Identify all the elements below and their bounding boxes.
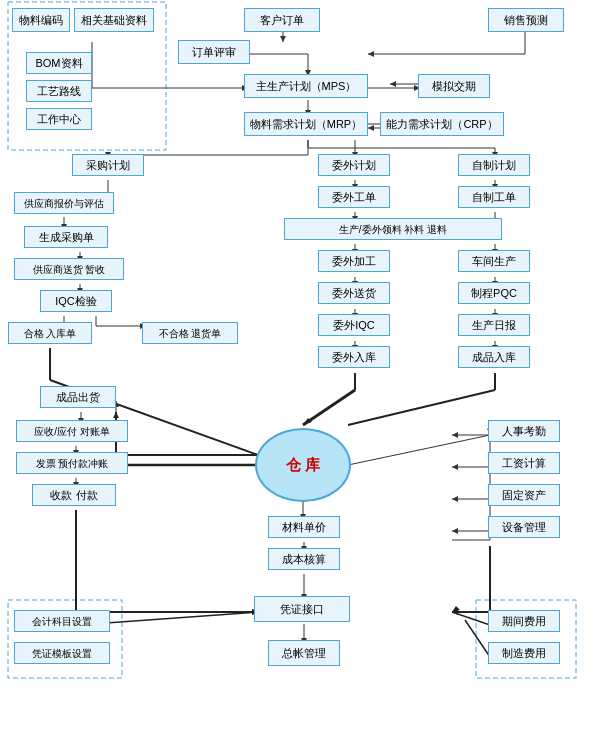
svg-marker-115 bbox=[452, 606, 460, 612]
general-ledger-box: 总帐管理 bbox=[268, 640, 340, 666]
material-price-box: 材料单价 bbox=[268, 516, 340, 538]
self-make-order-box: 自制工单 bbox=[458, 186, 530, 208]
account-subject-box: 会计科目设置 bbox=[14, 610, 110, 632]
svg-line-103 bbox=[106, 612, 258, 623]
process-route-box: 工艺路线 bbox=[26, 80, 92, 102]
simulate-delivery-box: 模拟交期 bbox=[418, 74, 490, 98]
svg-line-116 bbox=[465, 620, 490, 657]
period-expenses-box: 期间费用 bbox=[488, 610, 560, 632]
svg-line-64 bbox=[348, 390, 495, 425]
fixed-assets-box: 固定资产 bbox=[488, 484, 560, 506]
finished-inbound-box: 成品入库 bbox=[458, 346, 530, 368]
qualified-inbound-box: 合格 入库单 bbox=[8, 322, 92, 344]
collect-pay-box: 收款 付款 bbox=[32, 484, 116, 506]
svg-marker-62 bbox=[303, 418, 312, 425]
supplier-deliver-box: 供应商送货 暂收 bbox=[14, 258, 124, 280]
outsource-process-box: 委外加工 bbox=[318, 250, 390, 272]
supplier-eval-box: 供应商报价与评估 bbox=[14, 192, 114, 214]
material-code-box: 物料编码 bbox=[12, 8, 70, 32]
svg-marker-124 bbox=[452, 609, 458, 615]
mfg-expenses-box: 制造费用 bbox=[488, 642, 560, 664]
svg-line-119 bbox=[348, 435, 490, 465]
unqualified-return-box: 不合格 退货单 bbox=[142, 322, 238, 344]
outsource-delivery-box: 委外送货 bbox=[318, 282, 390, 304]
ar-ap-box: 应收/应付 对账单 bbox=[16, 420, 128, 442]
basic-data-box: 相关基础资料 bbox=[74, 8, 154, 32]
workshop-production-box: 车间生产 bbox=[458, 250, 530, 272]
process-pqc-box: 制程PQC bbox=[458, 282, 530, 304]
hr-attendance-box: 人事考勤 bbox=[488, 420, 560, 442]
outsource-inbound-box: 委外入库 bbox=[318, 346, 390, 368]
equipment-mgmt-box: 设备管理 bbox=[488, 516, 560, 538]
payroll-box: 工资计算 bbox=[488, 452, 560, 474]
outsource-plan-box: 委外计划 bbox=[318, 154, 390, 176]
svg-marker-106 bbox=[452, 432, 458, 438]
warehouse-box: 仓 库 bbox=[255, 428, 351, 502]
svg-marker-11 bbox=[368, 51, 374, 57]
svg-line-61 bbox=[303, 390, 355, 425]
order-review-box: 订单评审 bbox=[178, 40, 250, 64]
sales-forecast-box: 销售预测 bbox=[488, 8, 564, 32]
customer-order-box: 客户订单 bbox=[244, 8, 320, 32]
outsource-order-box: 委外工单 bbox=[318, 186, 390, 208]
voucher-interface-box: 凭证接口 bbox=[254, 596, 350, 622]
work-center-box: 工作中心 bbox=[26, 108, 92, 130]
purchase-plan-box: 采购计划 bbox=[72, 154, 144, 176]
diagram: 物料编码 相关基础资料 BOM资料 工艺路线 工作中心 客户订单 销售预测 订单… bbox=[0, 0, 615, 740]
crp-box: 能力需求计划（CRP） bbox=[380, 112, 504, 136]
svg-marker-112 bbox=[452, 528, 458, 534]
gen-po-box: 生成采购单 bbox=[24, 226, 108, 248]
iqc-check-box: IQC检验 bbox=[40, 290, 112, 312]
svg-marker-15 bbox=[390, 81, 396, 87]
svg-marker-4 bbox=[280, 36, 286, 42]
outsource-iqc-box: 委外IQC bbox=[318, 314, 390, 336]
bom-box: BOM资料 bbox=[26, 52, 92, 74]
svg-marker-19 bbox=[368, 125, 374, 131]
svg-marker-127 bbox=[113, 412, 119, 418]
production-pick-box: 生产/委外领料 补料 退料 bbox=[284, 218, 502, 240]
svg-marker-108 bbox=[452, 464, 458, 470]
mps-box: 主生产计划（MPS） bbox=[244, 74, 368, 98]
self-make-plan-box: 自制计划 bbox=[458, 154, 530, 176]
mrp-box: 物料需求计划（MRP） bbox=[244, 112, 368, 136]
invoice-box: 发票 预付款冲账 bbox=[16, 452, 128, 474]
svg-line-114 bbox=[452, 612, 490, 625]
finished-shipment-box: 成品出货 bbox=[40, 386, 116, 408]
cost-calc-box: 成本核算 bbox=[268, 548, 340, 570]
voucher-template-box: 凭证模板设置 bbox=[14, 642, 110, 664]
svg-marker-110 bbox=[452, 496, 458, 502]
production-report-box: 生产日报 bbox=[458, 314, 530, 336]
